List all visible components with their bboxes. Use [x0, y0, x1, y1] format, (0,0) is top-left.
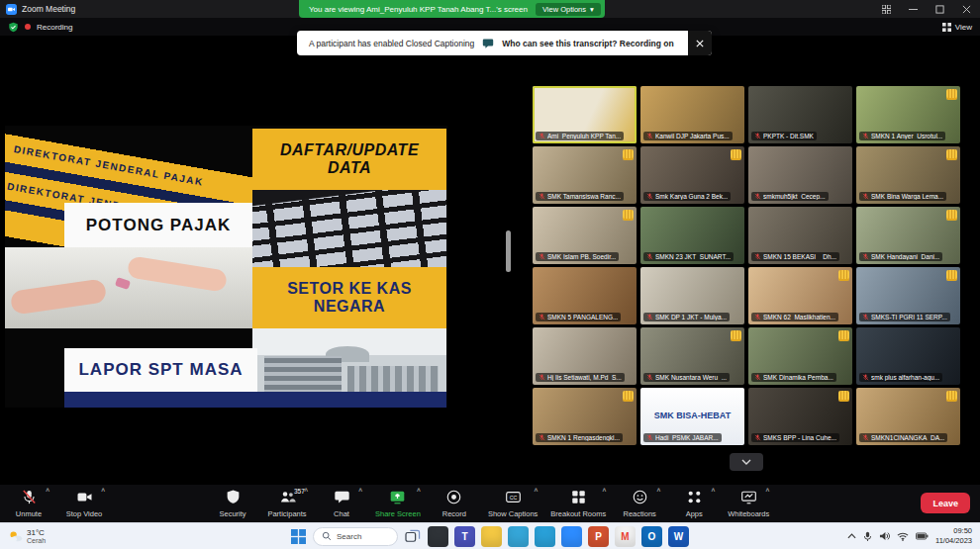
whiteboards-button[interactable]: ^Whiteboards — [728, 485, 769, 522]
hidden-icons-chevron[interactable] — [847, 533, 856, 539]
participant-name-label: SMK Bina Warga Lema... — [859, 192, 946, 201]
snipping-tool-icon[interactable] — [428, 526, 448, 547]
participant-tile-13[interactable]: SMKN 5 PANGALENG... — [533, 267, 637, 324]
participant-tile-20[interactable]: smk plus alfarhan-agu... — [856, 327, 960, 385]
apps-label: Apps — [686, 509, 703, 518]
file-explorer-icon[interactable] — [481, 526, 502, 547]
close-button[interactable] — [953, 0, 980, 18]
caret-icon[interactable]: ^ — [417, 488, 421, 495]
daftar-line2: DATA — [328, 159, 371, 177]
minimize-button[interactable] — [900, 0, 927, 18]
outlook-icon[interactable]: O — [641, 526, 662, 547]
caret-icon[interactable]: ^ — [711, 488, 715, 495]
share-screen-label: Share Screen — [375, 509, 421, 518]
participant-tile-4[interactable]: SMKN 1 Anyer_Usrotul... — [856, 86, 960, 143]
participant-name-label: SMKN 5 PANGALENG... — [536, 313, 621, 321]
weather-widget[interactable]: 31°C Cerah — [8, 528, 46, 544]
show-captions-button[interactable]: CC^Show Captions — [488, 485, 538, 522]
zoom-icon[interactable] — [561, 526, 582, 547]
mic-tray-icon[interactable] — [863, 531, 872, 542]
word-icon[interactable]: W — [668, 526, 689, 547]
caret-icon[interactable]: ^ — [46, 488, 49, 495]
participant-tile-19[interactable]: SMK Dinamika Pemba... — [748, 327, 852, 385]
shared-screen-scrollbar[interactable] — [506, 230, 511, 272]
whiteboards-label: Whiteboards — [728, 509, 769, 518]
muted-mic-icon — [539, 374, 545, 381]
battery-icon[interactable] — [916, 532, 929, 540]
participant-tile-11[interactable]: SMKN 15 BEKASI _ Dh... — [748, 207, 852, 264]
participant-tile-10[interactable]: SMKN 23 JKT_SUNART... — [640, 207, 744, 264]
participant-tile-2[interactable]: Kanwil DJP Jakarta Pus... — [640, 86, 744, 143]
security-button[interactable]: Security — [212, 485, 253, 522]
participant-tile-24[interactable]: SMKN1CINANGKA_DA... — [856, 388, 960, 445]
participant-tile-14[interactable]: SMK DP 1 JKT - Mulya... — [640, 267, 744, 324]
caret-icon[interactable]: ^ — [766, 488, 770, 495]
participant-tile-5[interactable]: SMK Tamansiswa Ranc... — [533, 146, 637, 204]
view-options-button[interactable]: View Options▾ — [536, 3, 601, 16]
participant-tile-6[interactable]: Smk Karya Guna 2 Bek... — [640, 146, 744, 204]
chat-button[interactable]: ^Chat — [321, 485, 362, 522]
participant-tile-22[interactable]: SMK BISA-HEBATHadi_PSMK JABAR... — [640, 388, 744, 445]
stop-video-button[interactable]: ^Stop Video — [63, 485, 105, 522]
participant-tile-9[interactable]: SMK Islam PB. Soedir... — [533, 207, 637, 264]
wifi-icon[interactable] — [897, 532, 909, 541]
telegram-icon[interactable] — [535, 526, 555, 547]
participant-tile-3[interactable]: PKPTK - Dit.SMK — [748, 86, 852, 143]
participant-tile-23[interactable]: SMKS BPP - Lina Cuhe... — [748, 388, 852, 445]
view-button[interactable]: View — [942, 23, 972, 32]
caret-icon[interactable]: ^ — [101, 488, 105, 495]
unmute-button[interactable]: ^Unmute — [8, 485, 49, 522]
participant-tile-15[interactable]: SMKN 62_Maslikhatien... — [748, 267, 852, 324]
participant-tile-17[interactable]: Hj Iis Setiawati, M.Pd_S... — [533, 327, 637, 385]
calculator-image — [252, 190, 446, 267]
caret-icon[interactable]: ^ — [656, 488, 660, 495]
caret-icon[interactable]: ^ — [602, 488, 606, 495]
participant-tile-18[interactable]: SMK Nusantara Weru_... — [640, 327, 744, 385]
maximize-button[interactable] — [927, 0, 953, 18]
caret-icon[interactable]: ^ — [358, 488, 362, 495]
participant-name-label: SMK Handayani_Dani... — [859, 252, 942, 261]
record-label: Record — [442, 509, 466, 518]
powerpoint-icon[interactable]: P — [588, 526, 609, 547]
muted-mic-icon — [862, 434, 869, 441]
participant-tile-8[interactable]: SMK Bina Warga Lema... — [856, 146, 960, 204]
reactions-button[interactable]: ^Reactions — [619, 485, 660, 522]
participant-name-label: Kanwil DJP Jakarta Pus... — [643, 132, 733, 140]
participant-name: SMKN 5 PANGALENG... — [547, 314, 618, 320]
search-input[interactable]: Search — [313, 527, 398, 546]
breakout-rooms-button[interactable]: ^Breakout Rooms — [550, 485, 606, 522]
weather-desc: Cerah — [27, 537, 46, 544]
share-screen-button[interactable]: ^Share Screen — [375, 485, 421, 522]
leave-button[interactable]: Leave — [921, 493, 970, 513]
participant-tile-7[interactable]: smkmuh5jkt_Cecep... — [748, 146, 852, 204]
clock-widget[interactable]: 09:50 11/04/2023 — [935, 526, 972, 546]
participant-name-label: SMKS BPP - Lina Cuhe... — [751, 433, 839, 442]
participant-tile-16[interactable]: SMKS-TI PGRI 11 SERP... — [856, 267, 960, 324]
record-button[interactable]: Record — [434, 485, 475, 522]
edge-icon[interactable] — [508, 526, 529, 547]
participant-name-label: SMKN 1 Rengasdengkl... — [536, 433, 623, 442]
apps-button[interactable]: ^Apps — [673, 485, 715, 522]
participant-name: Hadi_PSMK JABAR... — [655, 434, 719, 441]
layout-grid-icon[interactable] — [873, 0, 900, 18]
caret-icon[interactable]: ^ — [535, 488, 539, 495]
gmail-icon[interactable]: M — [615, 526, 636, 547]
grid-collapse-button[interactable] — [730, 453, 763, 471]
participant-tile-12[interactable]: SMK Handayani_Dani... — [856, 207, 960, 264]
volume-icon[interactable] — [879, 531, 890, 541]
start-button[interactable] — [291, 529, 306, 544]
transcript-question-text[interactable]: Who can see this transcript? Recording o… — [502, 39, 673, 48]
toast-close-button[interactable] — [688, 31, 712, 55]
raised-hand-icon — [838, 330, 849, 341]
participant-tile-21[interactable]: SMKN 1 Rengasdengkl... — [533, 388, 637, 445]
participant-tile-1[interactable]: Ami_Penyuluh KPP Tan... — [533, 86, 637, 143]
participant-name-label: SMKN 15 BEKASI _ Dh... — [751, 252, 839, 261]
task-view-button[interactable] — [405, 529, 421, 543]
raised-hand-icon — [623, 149, 634, 160]
encryption-shield-icon[interactable] — [8, 22, 19, 33]
grid-view-icon — [942, 23, 951, 32]
viewing-banner-text: You are viewing Ami_Penyuluh KPP Tanah A… — [309, 5, 528, 14]
participant-name: SMK Tamansiswa Ranc... — [547, 193, 621, 200]
teams-icon[interactable]: T — [454, 526, 475, 547]
participants-button[interactable]: ^357Participants — [266, 485, 308, 522]
